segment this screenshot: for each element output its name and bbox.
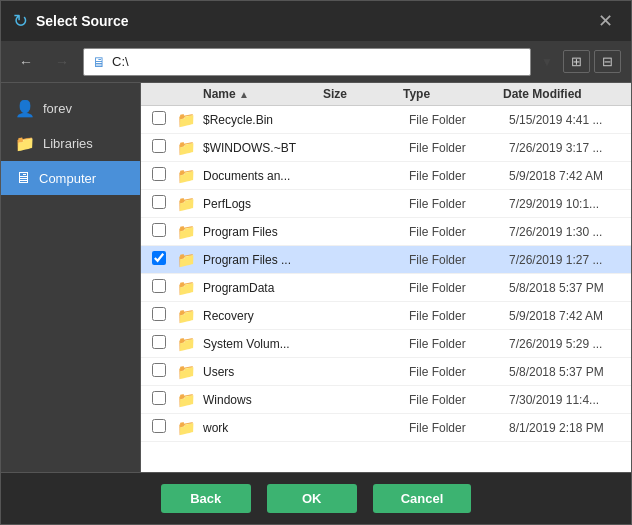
row-folder-icon: 📁 xyxy=(177,111,199,129)
view-toggle-button[interactable]: ⊟ xyxy=(594,50,621,73)
row-checkbox[interactable] xyxy=(152,111,166,125)
row-folder-icon: 📁 xyxy=(177,195,199,213)
table-row[interactable]: 📁 $WINDOWS.~BT File Folder 7/26/2019 3:1… xyxy=(141,134,631,162)
table-row[interactable]: 📁 work File Folder 8/1/2019 2:18 PM xyxy=(141,414,631,442)
row-name: Windows xyxy=(199,393,325,407)
folder-icon: 📁 xyxy=(177,335,196,352)
address-dropdown-button[interactable]: ▼ xyxy=(537,53,557,71)
dialog-icon: ↻ xyxy=(13,10,28,32)
row-checkbox-cell xyxy=(141,335,177,352)
row-checkbox[interactable] xyxy=(152,195,166,209)
header-size-col[interactable]: Size xyxy=(319,87,399,101)
row-checkbox-cell xyxy=(141,391,177,408)
back-button[interactable]: ← xyxy=(11,50,41,74)
file-list-header: Name ▲ Size Type Date Modified xyxy=(141,83,631,106)
libraries-icon: 📁 xyxy=(15,134,35,153)
header-type-col[interactable]: Type xyxy=(399,87,499,101)
address-bar: 🖥 C:\ xyxy=(83,48,531,76)
row-date: 7/26/2019 1:27 ... xyxy=(505,253,631,267)
folder-icon: 📁 xyxy=(177,167,196,184)
folder-icon: 📁 xyxy=(177,307,196,324)
back-footer-button[interactable]: Back xyxy=(161,484,251,513)
title-bar: ↻ Select Source ✕ xyxy=(1,1,631,41)
folder-icon: 📁 xyxy=(177,139,196,156)
row-checkbox[interactable] xyxy=(152,335,166,349)
row-folder-icon: 📁 xyxy=(177,223,199,241)
row-name: work xyxy=(199,421,325,435)
row-name: Program Files ... xyxy=(199,253,325,267)
row-folder-icon: 📁 xyxy=(177,167,199,185)
table-row[interactable]: 📁 Recovery File Folder 5/9/2018 7:42 AM xyxy=(141,302,631,330)
table-row[interactable]: 📁 $Recycle.Bin File Folder 5/15/2019 4:4… xyxy=(141,106,631,134)
header-date-col[interactable]: Date Modified xyxy=(499,87,619,101)
row-checkbox[interactable] xyxy=(152,167,166,181)
row-name: PerfLogs xyxy=(199,197,325,211)
new-folder-icon: ⊞ xyxy=(571,54,582,69)
footer: Back OK Cancel xyxy=(1,472,631,524)
table-row[interactable]: 📁 PerfLogs File Folder 7/29/2019 10:1... xyxy=(141,190,631,218)
row-folder-icon: 📁 xyxy=(177,419,199,437)
sidebar-item-computer-label: Computer xyxy=(39,171,96,186)
forward-button[interactable]: → xyxy=(47,50,77,74)
row-checkbox[interactable] xyxy=(152,139,166,153)
table-row[interactable]: 📁 ProgramData File Folder 5/8/2018 5:37 … xyxy=(141,274,631,302)
row-date: 7/26/2019 1:30 ... xyxy=(505,225,631,239)
table-row[interactable]: 📁 System Volum... File Folder 7/26/2019 … xyxy=(141,330,631,358)
sidebar-item-forev-label: forev xyxy=(43,101,72,116)
row-checkbox[interactable] xyxy=(152,307,166,321)
row-checkbox-cell xyxy=(141,307,177,324)
sidebar-item-libraries-label: Libraries xyxy=(43,136,93,151)
address-text: C:\ xyxy=(112,54,129,69)
sidebar-item-libraries[interactable]: 📁 Libraries xyxy=(1,126,140,161)
row-date: 7/29/2019 10:1... xyxy=(505,197,631,211)
ok-button[interactable]: OK xyxy=(267,484,357,513)
sidebar-item-computer[interactable]: 🖥 Computer xyxy=(1,161,140,195)
row-type: File Folder xyxy=(405,281,505,295)
row-checkbox-cell xyxy=(141,419,177,436)
toolbar: ← → 🖥 C:\ ▼ ⊞ ⊟ xyxy=(1,41,631,83)
folder-icon: 📁 xyxy=(177,363,196,380)
table-row[interactable]: 📁 Windows File Folder 7/30/2019 11:4... xyxy=(141,386,631,414)
row-checkbox[interactable] xyxy=(152,419,166,433)
row-name: $WINDOWS.~BT xyxy=(199,141,325,155)
row-checkbox[interactable] xyxy=(152,391,166,405)
row-checkbox[interactable] xyxy=(152,223,166,237)
row-date: 7/26/2019 3:17 ... xyxy=(505,141,631,155)
row-checkbox[interactable] xyxy=(152,251,166,265)
row-checkbox-cell xyxy=(141,111,177,128)
row-type: File Folder xyxy=(405,113,505,127)
select-source-dialog: ↻ Select Source ✕ ← → 🖥 C:\ ▼ ⊞ ⊟ 👤 fore… xyxy=(0,0,632,525)
row-type: File Folder xyxy=(405,337,505,351)
table-row[interactable]: 📁 Program Files File Folder 7/26/2019 1:… xyxy=(141,218,631,246)
close-button[interactable]: ✕ xyxy=(592,10,619,32)
sort-arrow: ▲ xyxy=(239,89,249,100)
row-type: File Folder xyxy=(405,169,505,183)
row-checkbox[interactable] xyxy=(152,279,166,293)
row-name: $Recycle.Bin xyxy=(199,113,325,127)
table-row[interactable]: 📁 Documents an... File Folder 5/9/2018 7… xyxy=(141,162,631,190)
table-row[interactable]: 📁 Users File Folder 5/8/2018 5:37 PM xyxy=(141,358,631,386)
row-folder-icon: 📁 xyxy=(177,307,199,325)
row-folder-icon: 📁 xyxy=(177,363,199,381)
row-folder-icon: 📁 xyxy=(177,251,199,269)
row-name: Documents an... xyxy=(199,169,325,183)
row-type: File Folder xyxy=(405,141,505,155)
row-checkbox-cell xyxy=(141,363,177,380)
folder-icon: 📁 xyxy=(177,223,196,240)
folder-icon: 📁 xyxy=(177,251,196,268)
title-bar-left: ↻ Select Source xyxy=(13,10,129,32)
row-checkbox-cell xyxy=(141,167,177,184)
row-name: ProgramData xyxy=(199,281,325,295)
cancel-button[interactable]: Cancel xyxy=(373,484,472,513)
sidebar-item-forev[interactable]: 👤 forev xyxy=(1,91,140,126)
row-checkbox-cell xyxy=(141,279,177,296)
row-date: 5/15/2019 4:41 ... xyxy=(505,113,631,127)
new-folder-button[interactable]: ⊞ xyxy=(563,50,590,73)
toolbar-right: ⊞ ⊟ xyxy=(563,50,621,73)
row-type: File Folder xyxy=(405,365,505,379)
header-name-col[interactable]: Name ▲ xyxy=(199,87,319,101)
row-type: File Folder xyxy=(405,197,505,211)
row-checkbox[interactable] xyxy=(152,363,166,377)
table-row[interactable]: 📁 Program Files ... File Folder 7/26/201… xyxy=(141,246,631,274)
folder-icon: 📁 xyxy=(177,279,196,296)
